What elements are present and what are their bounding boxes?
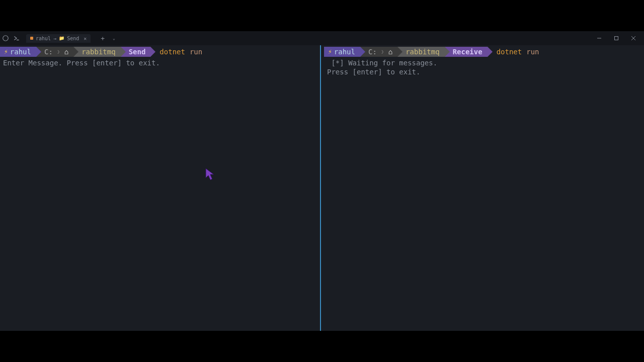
cmd-argument: run: [190, 48, 202, 56]
cmd-argument: run: [526, 48, 539, 56]
prompt-path: rabbitmq: [82, 47, 115, 57]
tab-separator: →: [53, 36, 56, 41]
output-line: Press [enter] to exit.: [327, 67, 641, 76]
titlebar[interactable]: rahul → 📁 Send ✕ + ⌄: [0, 31, 644, 45]
terminal-window: rahul → 📁 Send ✕ + ⌄ ⚡rahul C: ❯ ⌂ rabbi…: [0, 31, 644, 331]
prompt-path-segment: rabbitmq: [397, 47, 444, 57]
mouse-cursor-icon: [205, 168, 216, 184]
letterbox-bottom: [0, 331, 644, 362]
prompt-user: rahul: [334, 47, 355, 57]
output-left: Enter Message. Press [enter] to exit.: [0, 57, 320, 68]
tab-user-text: rahul: [36, 36, 51, 41]
tab-shell-icon: [30, 37, 33, 40]
prompt-drive-segment: C: ❯ ⌂: [36, 47, 73, 57]
prompt-leaf: Send: [129, 47, 146, 57]
svg-rect-1: [615, 37, 618, 40]
app-menu-icon[interactable]: [2, 35, 9, 42]
command-right: dotnet run: [497, 48, 539, 56]
minimize-button[interactable]: [591, 31, 608, 45]
prompt-left: ⚡rahul C: ❯ ⌂ rabbitmq Send dotnet run: [0, 46, 320, 57]
letterbox-top: [0, 0, 644, 31]
svg-point-0: [3, 36, 9, 41]
split-panes: ⚡rahul C: ❯ ⌂ rabbitmq Send dotnet run E…: [0, 45, 644, 331]
prompt-user-segment: ⚡rahul: [0, 47, 36, 57]
prompt-drive: C:: [368, 47, 377, 57]
shell-icon[interactable]: [13, 35, 20, 42]
pane-right[interactable]: ⚡rahul C: ❯ ⌂ rabbitmq Receive dotnet ru…: [321, 45, 644, 331]
prompt-path-segment: rabbitmq: [73, 47, 120, 57]
pane-left[interactable]: ⚡rahul C: ❯ ⌂ rabbitmq Send dotnet run E…: [0, 45, 320, 331]
prompt-user: rahul: [10, 47, 31, 57]
output-line: Enter Message. Press [enter] to exit.: [3, 58, 317, 67]
bolt-icon: ⚡: [4, 47, 8, 57]
home-icon: ⌂: [64, 47, 68, 57]
close-button[interactable]: [625, 31, 642, 45]
window-controls: [591, 31, 642, 45]
prompt-path: rabbitmq: [406, 47, 439, 57]
prompt-drive: C:: [44, 47, 53, 57]
chevron-icon: ❯: [381, 47, 384, 57]
chevron-icon: ❯: [57, 47, 60, 57]
command-left: dotnet run: [159, 48, 202, 56]
tab-folder-text: Send: [67, 36, 79, 41]
titlebar-left: rahul → 📁 Send ✕ + ⌄: [2, 34, 115, 43]
tab-close-icon[interactable]: ✕: [84, 36, 87, 41]
tab-active[interactable]: rahul → 📁 Send ✕: [26, 34, 91, 43]
folder-icon: 📁: [59, 36, 64, 41]
prompt-leaf-segment: Receive: [445, 47, 488, 57]
prompt-drive-segment: C: ❯ ⌂: [360, 47, 397, 57]
prompt-user-segment: ⚡rahul: [324, 47, 360, 57]
bolt-icon: ⚡: [328, 47, 332, 57]
prompt-right: ⚡rahul C: ❯ ⌂ rabbitmq Receive dotnet ru…: [324, 46, 644, 57]
output-line: [*] Waiting for messages.: [327, 58, 641, 67]
new-tab-button[interactable]: +: [99, 35, 107, 42]
cmd-program: dotnet: [497, 48, 522, 56]
prompt-leaf: Receive: [453, 47, 482, 57]
home-icon: ⌂: [388, 47, 392, 57]
tab-dropdown-icon[interactable]: ⌄: [113, 36, 115, 41]
output-right: [*] Waiting for messages. Press [enter] …: [324, 57, 644, 77]
maximize-button[interactable]: [608, 31, 625, 45]
cmd-program: dotnet: [159, 48, 185, 56]
